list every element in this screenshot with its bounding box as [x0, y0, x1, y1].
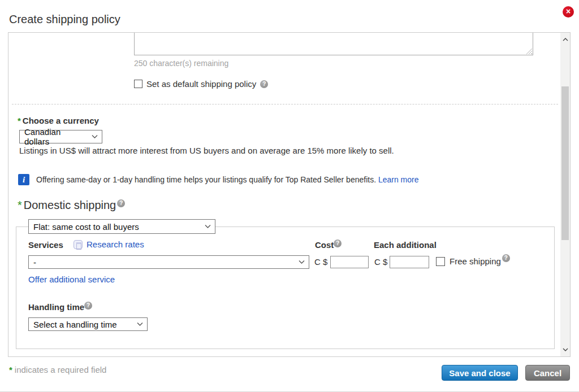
create-shipping-policy-dialog: Create shipping policy × 250 character(s… — [0, 0, 579, 392]
scroll-down-icon[interactable] — [560, 344, 570, 355]
tip-text-body: Offering same-day or 1-day handling time… — [36, 175, 376, 184]
chevron-down-icon — [205, 225, 211, 229]
tip-text: Offering same-day or 1-day handling time… — [36, 175, 419, 184]
handling-time-select[interactable]: Select a handling time — [28, 317, 148, 331]
services-header-row: Services Research rates Cost? Each addit… — [28, 240, 548, 250]
handling-time-header: Handling time? — [28, 302, 92, 312]
required-field-note-text: indicates a required field — [15, 365, 107, 374]
default-policy-label: Set as default shipping policy — [146, 79, 256, 89]
shipping-type-select-value: Flat: same cost to all buyers — [33, 222, 139, 232]
default-policy-row: Set as default shipping policy ? — [134, 79, 268, 89]
cancel-button[interactable]: Cancel — [525, 365, 570, 381]
info-icon: i — [18, 174, 29, 185]
chevron-down-icon — [137, 323, 143, 326]
handling-time-label: Handling time — [28, 302, 84, 312]
dialog-scroll-area: 250 character(s) remaining Set as defaul… — [8, 32, 571, 357]
offer-additional-service-link[interactable]: Offer additional service — [28, 275, 115, 284]
help-icon[interactable]: ? — [502, 254, 510, 262]
cost-currency-prefix: C $ — [314, 257, 327, 267]
learn-more-link[interactable]: Learn more — [378, 175, 419, 184]
description-textarea[interactable] — [135, 33, 533, 55]
currency-select[interactable]: Canadian dollars — [19, 130, 102, 143]
page-title: Create shipping policy — [9, 13, 120, 26]
cost-label: Cost — [315, 240, 334, 250]
free-shipping-checkbox[interactable] — [436, 257, 445, 266]
handling-tip-row: i Offering same-day or 1-day handling ti… — [18, 174, 419, 185]
calculator-icon — [74, 240, 83, 249]
save-and-close-button[interactable]: Save and close — [442, 365, 518, 381]
scroll-up-icon[interactable] — [560, 34, 570, 45]
service-controls-row: - C $ C $ Free shipping ? — [28, 255, 548, 269]
currency-section-label: * Choose a currency — [18, 116, 99, 125]
each-additional-input[interactable] — [390, 256, 429, 268]
required-asterisk: * — [9, 365, 12, 374]
currency-note: Listings in US$ will attract more intere… — [19, 146, 394, 155]
required-asterisk: * — [18, 116, 21, 125]
cost-input[interactable] — [330, 256, 369, 268]
required-asterisk: * — [18, 199, 22, 212]
research-rates-link[interactable]: Research rates — [87, 239, 144, 249]
chevron-down-icon — [92, 135, 98, 139]
domestic-shipping-heading: * Domestic shipping ? — [18, 199, 126, 212]
characters-remaining-note: 250 character(s) remaining — [134, 59, 228, 68]
free-shipping-wrap: Free shipping ? — [436, 256, 513, 266]
shipping-type-select[interactable]: Flat: same cost to all buyers — [28, 219, 215, 234]
service-select-value: - — [33, 258, 36, 267]
currency-select-value: Canadian dollars — [24, 127, 87, 146]
default-policy-checkbox[interactable] — [134, 80, 142, 88]
section-divider — [12, 104, 558, 104]
description-textarea-wrap — [134, 33, 533, 55]
help-icon[interactable]: ? — [260, 80, 268, 88]
help-icon[interactable]: ? — [117, 199, 125, 207]
cost-header: Cost? — [315, 240, 342, 250]
free-shipping-label: Free shipping — [450, 256, 501, 266]
service-select[interactable]: - — [28, 255, 309, 269]
services-label: Services — [28, 240, 63, 250]
currency-label: Choose a currency — [23, 116, 99, 125]
scrollbar-thumb[interactable] — [561, 86, 569, 240]
each-additional-label: Each additional — [374, 240, 437, 250]
required-field-note: * indicates a required field — [9, 365, 106, 374]
domestic-shipping-title: Domestic shipping — [24, 199, 116, 212]
handling-time-select-value: Select a handling time — [33, 320, 117, 329]
help-icon[interactable]: ? — [334, 239, 342, 247]
help-icon[interactable]: ? — [84, 302, 92, 310]
close-icon[interactable]: × — [563, 6, 574, 18]
research-rates-wrap: Research rates — [74, 239, 144, 249]
chevron-down-icon — [299, 260, 305, 264]
vertical-scrollbar[interactable] — [560, 33, 570, 356]
additional-currency-prefix: C $ — [374, 257, 387, 267]
